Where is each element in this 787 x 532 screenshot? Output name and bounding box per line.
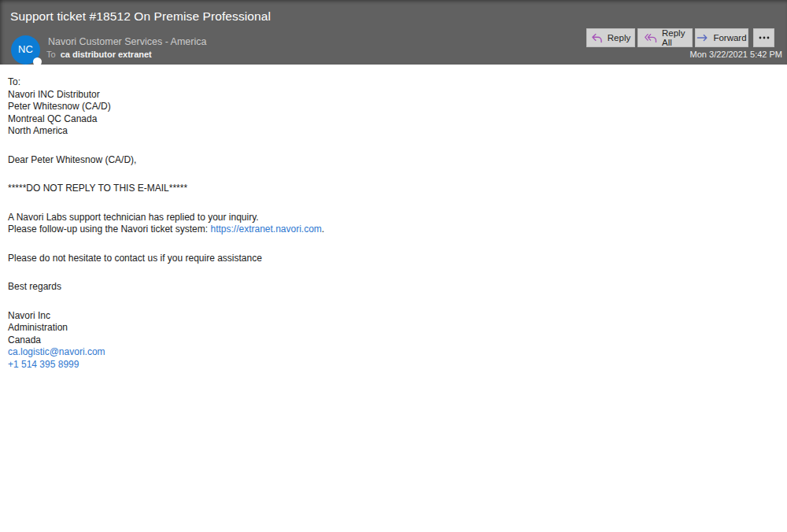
signature-phone-link[interactable]: +1 514 395 8999 [8, 359, 79, 370]
sender-name[interactable]: Navori Customer Services - America [48, 36, 206, 47]
salutation: Dear Peter Whitesnow (CA/D), [8, 154, 771, 167]
signature-email-link[interactable]: ca.logistic@navori.com [8, 346, 105, 357]
notice-line-2: Please follow-up using the Navori ticket… [8, 224, 771, 236]
closing: Best regards [8, 281, 771, 294]
to-line: Toca distributor extranet [46, 50, 152, 59]
signature-department: Administration [8, 322, 771, 334]
reply-all-button-label: Reply All [662, 28, 685, 47]
reply-icon [591, 33, 603, 43]
to-recipient[interactable]: ca distributor extranet [61, 50, 152, 59]
notice-line-1: A Navori Labs support technician has rep… [8, 212, 771, 224]
recipient-line: To: [8, 76, 771, 89]
notice-line-2-prefix: Please follow-up using the Navori ticket… [8, 224, 210, 235]
presence-indicator-icon [33, 57, 42, 66]
ticket-system-link[interactable]: https://extranet.navori.com [210, 224, 321, 235]
forward-button[interactable]: Forward [695, 28, 748, 47]
signature-block: Navori Inc Administration Canada ca.logi… [8, 310, 771, 371]
email-reading-window: Support ticket #18512 On Premise Profess… [0, 0, 787, 532]
more-actions-button[interactable] [753, 28, 774, 47]
avatar-initials: NC [18, 43, 33, 55]
reply-all-button[interactable]: Reply All [637, 28, 693, 47]
reply-button-label: Reply [608, 33, 630, 42]
recipient-line: Peter Whitesnow (CA/D) [8, 101, 771, 113]
signature-company: Navori Inc [8, 310, 771, 323]
message-body: To: Navori INC Distributor Peter Whitesn… [0, 65, 787, 371]
notice-line-2-suffix: . [322, 224, 324, 235]
recipient-block: To: Navori INC Distributor Peter Whitesn… [8, 76, 771, 138]
recipient-line: Navori INC Distributor [8, 89, 771, 102]
message-timestamp: Mon 3/22/2021 5:42 PM [690, 50, 782, 59]
more-ellipsis-icon [759, 36, 770, 39]
reply-notice: A Navori Labs support technician has rep… [8, 212, 771, 236]
recipient-line: North America [8, 125, 771, 138]
to-label: To [46, 50, 56, 59]
subject-line: Support ticket #18512 On Premise Profess… [10, 9, 271, 24]
sender-avatar[interactable]: NC [11, 35, 40, 65]
signature-country: Canada [8, 334, 771, 347]
message-header: Support ticket #18512 On Premise Profess… [0, 0, 787, 65]
assistance-note: Please do not hesitate to contact us if … [8, 253, 771, 265]
forward-icon [696, 33, 708, 42]
reply-button[interactable]: Reply [586, 28, 635, 47]
do-not-reply-warning: *****DO NOT REPLY TO THIS E-MAIL***** [8, 183, 771, 195]
recipient-line: Montreal QC Canada [8, 113, 771, 126]
forward-button-label: Forward [713, 33, 746, 42]
reply-all-icon [645, 33, 657, 43]
